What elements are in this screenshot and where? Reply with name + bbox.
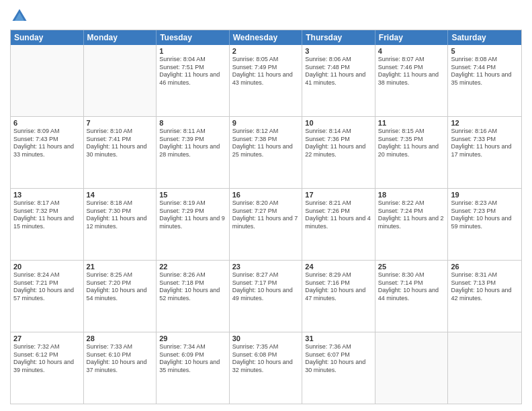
cell-info: Sunrise: 8:29 AM Sunset: 7:16 PM Dayligh… (305, 271, 372, 303)
cal-week-5: 27Sunrise: 7:32 AM Sunset: 6:12 PM Dayli… (11, 332, 521, 404)
day-number: 23 (232, 263, 300, 271)
cell-info: Sunrise: 8:18 AM Sunset: 7:30 PM Dayligh… (87, 199, 154, 231)
cal-cell: 28Sunrise: 7:33 AM Sunset: 6:10 PM Dayli… (84, 332, 157, 404)
cell-info: Sunrise: 7:34 AM Sunset: 6:09 PM Dayligh… (159, 343, 226, 375)
cal-cell: 5Sunrise: 8:08 AM Sunset: 7:44 PM Daylig… (448, 45, 521, 116)
cal-cell: 20Sunrise: 8:24 AM Sunset: 7:21 PM Dayli… (11, 261, 84, 332)
logo (10, 7, 32, 26)
calendar: SundayMondayTuesdayWednesdayThursdayFrid… (10, 30, 522, 404)
day-header-wednesday: Wednesday (230, 30, 303, 45)
cal-week-4: 20Sunrise: 8:24 AM Sunset: 7:21 PM Dayli… (11, 260, 521, 332)
day-number: 4 (378, 47, 445, 55)
cal-cell: 6Sunrise: 8:09 AM Sunset: 7:43 PM Daylig… (11, 117, 84, 188)
day-number: 16 (232, 191, 300, 199)
cell-info: Sunrise: 8:07 AM Sunset: 7:46 PM Dayligh… (378, 56, 445, 87)
cell-info: Sunrise: 8:15 AM Sunset: 7:35 PM Dayligh… (378, 128, 445, 159)
cell-info: Sunrise: 8:16 AM Sunset: 7:33 PM Dayligh… (451, 128, 519, 159)
day-number: 24 (305, 263, 372, 271)
cal-cell: 19Sunrise: 8:23 AM Sunset: 7:23 PM Dayli… (448, 189, 521, 260)
cal-cell: 8Sunrise: 8:11 AM Sunset: 7:39 PM Daylig… (157, 117, 230, 188)
calendar-header: SundayMondayTuesdayWednesdayThursdayFrid… (11, 30, 521, 45)
cell-info: Sunrise: 8:19 AM Sunset: 7:29 PM Dayligh… (159, 199, 226, 231)
day-number: 7 (87, 119, 154, 127)
cell-info: Sunrise: 7:33 AM Sunset: 6:10 PM Dayligh… (87, 343, 154, 375)
cell-info: Sunrise: 8:24 AM Sunset: 7:21 PM Dayligh… (13, 271, 81, 303)
day-number: 27 (13, 334, 81, 342)
cal-cell: 25Sunrise: 8:30 AM Sunset: 7:14 PM Dayli… (375, 261, 449, 332)
cal-cell: 12Sunrise: 8:16 AM Sunset: 7:33 PM Dayli… (448, 117, 521, 188)
day-number: 6 (13, 119, 81, 127)
cell-info: Sunrise: 8:08 AM Sunset: 7:44 PM Dayligh… (451, 56, 519, 87)
cell-info: Sunrise: 8:10 AM Sunset: 7:41 PM Dayligh… (87, 128, 154, 159)
cal-cell: 24Sunrise: 8:29 AM Sunset: 7:16 PM Dayli… (302, 261, 375, 332)
day-number: 10 (305, 119, 372, 127)
cell-info: Sunrise: 8:26 AM Sunset: 7:18 PM Dayligh… (159, 271, 226, 303)
cal-week-3: 13Sunrise: 8:17 AM Sunset: 7:32 PM Dayli… (11, 188, 521, 260)
day-number: 5 (451, 47, 519, 55)
cal-cell: 27Sunrise: 7:32 AM Sunset: 6:12 PM Dayli… (11, 332, 84, 404)
cell-info: Sunrise: 8:27 AM Sunset: 7:17 PM Dayligh… (232, 271, 300, 303)
cal-cell: 9Sunrise: 8:12 AM Sunset: 7:38 PM Daylig… (230, 117, 303, 188)
cal-cell: 13Sunrise: 8:17 AM Sunset: 7:32 PM Dayli… (11, 189, 84, 260)
day-number: 25 (378, 263, 445, 271)
cal-cell: 23Sunrise: 8:27 AM Sunset: 7:17 PM Dayli… (230, 261, 303, 332)
cal-week-1: 1Sunrise: 8:04 AM Sunset: 7:51 PM Daylig… (11, 45, 521, 116)
day-number: 2 (232, 47, 300, 55)
cell-info: Sunrise: 8:05 AM Sunset: 7:49 PM Dayligh… (232, 56, 300, 87)
cell-info: Sunrise: 8:22 AM Sunset: 7:24 PM Dayligh… (378, 199, 445, 231)
calendar-body: 1Sunrise: 8:04 AM Sunset: 7:51 PM Daylig… (11, 45, 521, 404)
cal-cell (84, 45, 157, 116)
cal-cell: 16Sunrise: 8:20 AM Sunset: 7:27 PM Dayli… (230, 189, 303, 260)
cal-cell: 3Sunrise: 8:06 AM Sunset: 7:48 PM Daylig… (302, 45, 375, 116)
day-number: 30 (232, 334, 300, 342)
day-number: 20 (13, 263, 81, 271)
day-header-saturday: Saturday (448, 30, 521, 45)
day-number: 26 (451, 263, 519, 271)
cell-info: Sunrise: 8:17 AM Sunset: 7:32 PM Dayligh… (13, 199, 81, 231)
cell-info: Sunrise: 8:04 AM Sunset: 7:51 PM Dayligh… (159, 56, 226, 87)
cal-cell: 2Sunrise: 8:05 AM Sunset: 7:49 PM Daylig… (230, 45, 303, 116)
cal-cell: 14Sunrise: 8:18 AM Sunset: 7:30 PM Dayli… (84, 189, 157, 260)
cell-info: Sunrise: 8:20 AM Sunset: 7:27 PM Dayligh… (232, 199, 300, 231)
day-number: 1 (159, 47, 226, 55)
cell-info: Sunrise: 8:12 AM Sunset: 7:38 PM Dayligh… (232, 128, 300, 159)
logo-icon (10, 7, 29, 26)
day-header-monday: Monday (84, 30, 157, 45)
cal-cell: 29Sunrise: 7:34 AM Sunset: 6:09 PM Dayli… (157, 332, 230, 404)
cal-cell: 17Sunrise: 8:21 AM Sunset: 7:26 PM Dayli… (302, 189, 375, 260)
cal-cell: 30Sunrise: 7:35 AM Sunset: 6:08 PM Dayli… (230, 332, 303, 404)
cal-cell (375, 332, 449, 404)
cal-cell: 4Sunrise: 8:07 AM Sunset: 7:46 PM Daylig… (375, 45, 449, 116)
page: SundayMondayTuesdayWednesdayThursdayFrid… (0, 0, 532, 411)
cal-cell (11, 45, 84, 116)
cell-info: Sunrise: 8:09 AM Sunset: 7:43 PM Dayligh… (13, 128, 81, 159)
cal-cell: 21Sunrise: 8:25 AM Sunset: 7:20 PM Dayli… (84, 261, 157, 332)
day-number: 14 (87, 191, 154, 199)
day-number: 8 (159, 119, 226, 127)
cell-info: Sunrise: 7:35 AM Sunset: 6:08 PM Dayligh… (232, 343, 300, 375)
day-number: 15 (159, 191, 226, 199)
day-number: 22 (159, 263, 226, 271)
cell-info: Sunrise: 8:30 AM Sunset: 7:14 PM Dayligh… (378, 271, 445, 303)
day-header-tuesday: Tuesday (157, 30, 230, 45)
day-number: 19 (451, 191, 519, 199)
cell-info: Sunrise: 8:31 AM Sunset: 7:13 PM Dayligh… (451, 271, 519, 303)
day-header-friday: Friday (375, 30, 449, 45)
cal-cell: 11Sunrise: 8:15 AM Sunset: 7:35 PM Dayli… (375, 117, 449, 188)
cell-info: Sunrise: 8:25 AM Sunset: 7:20 PM Dayligh… (87, 271, 154, 303)
cal-cell: 15Sunrise: 8:19 AM Sunset: 7:29 PM Dayli… (157, 189, 230, 260)
day-number: 13 (13, 191, 81, 199)
cal-cell: 31Sunrise: 7:36 AM Sunset: 6:07 PM Dayli… (302, 332, 375, 404)
cal-cell (448, 332, 521, 404)
cal-week-2: 6Sunrise: 8:09 AM Sunset: 7:43 PM Daylig… (11, 116, 521, 188)
cal-cell: 10Sunrise: 8:14 AM Sunset: 7:36 PM Dayli… (302, 117, 375, 188)
cell-info: Sunrise: 8:14 AM Sunset: 7:36 PM Dayligh… (305, 128, 372, 159)
day-number: 28 (87, 334, 154, 342)
cell-info: Sunrise: 8:06 AM Sunset: 7:48 PM Dayligh… (305, 56, 372, 87)
day-number: 3 (305, 47, 372, 55)
day-number: 21 (87, 263, 154, 271)
header (10, 7, 522, 26)
cell-info: Sunrise: 8:23 AM Sunset: 7:23 PM Dayligh… (451, 199, 519, 231)
day-number: 18 (378, 191, 445, 199)
day-number: 29 (159, 334, 226, 342)
